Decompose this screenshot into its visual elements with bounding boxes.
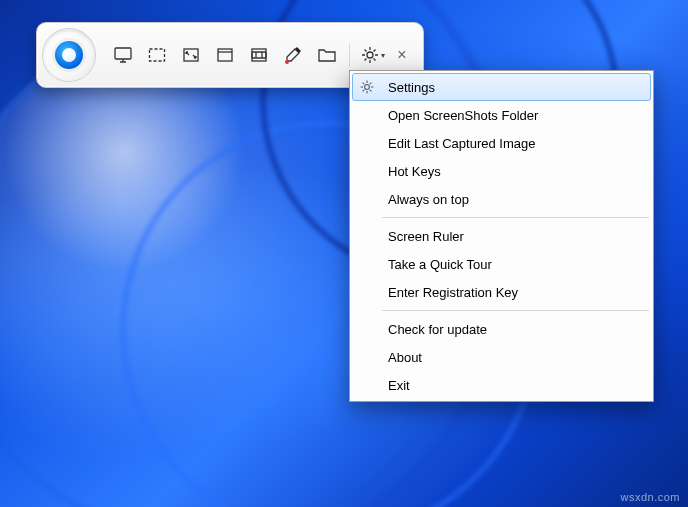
menu-item-check-update[interactable]: Check for update <box>352 315 651 343</box>
settings-dropdown-menu: Settings Open ScreenShots Folder Edit La… <box>349 70 654 402</box>
svg-rect-3 <box>218 49 232 61</box>
capture-region-button[interactable] <box>143 41 171 69</box>
settings-dropdown-button[interactable]: ▾ <box>358 41 385 69</box>
menu-item-settings[interactable]: Settings <box>352 73 651 101</box>
toolbar-separator <box>349 43 350 67</box>
menu-item-label: Settings <box>388 80 643 95</box>
menu-item-quick-tour[interactable]: Take a Quick Tour <box>352 250 651 278</box>
capture-fullscreen-button[interactable] <box>177 41 205 69</box>
menu-item-always-on-top[interactable]: Always on top <box>352 185 651 213</box>
capture-video-icon <box>249 45 269 65</box>
svg-point-5 <box>285 60 289 64</box>
menu-separator <box>382 310 649 311</box>
menu-item-about[interactable]: About <box>352 343 651 371</box>
menu-item-registration[interactable]: Enter Registration Key <box>352 278 651 306</box>
capture-desktop-icon <box>113 45 133 65</box>
menu-item-open-folder[interactable]: Open ScreenShots Folder <box>352 101 651 129</box>
capture-fullscreen-icon <box>181 45 201 65</box>
settings-gear-icon <box>360 45 380 65</box>
menu-item-label: About <box>388 350 643 365</box>
open-folder-button[interactable] <box>313 41 341 69</box>
menu-item-label: Check for update <box>388 322 643 337</box>
menu-item-label: Always on top <box>388 192 643 207</box>
menu-item-hotkeys[interactable]: Hot Keys <box>352 157 651 185</box>
menu-item-label: Exit <box>388 378 643 393</box>
capture-window-icon <box>215 45 235 65</box>
menu-item-label: Open ScreenShots Folder <box>388 108 643 123</box>
close-button[interactable]: × <box>391 44 413 66</box>
color-picker-button[interactable] <box>279 41 307 69</box>
menu-item-label: Screen Ruler <box>388 229 643 244</box>
menu-separator <box>382 217 649 218</box>
menu-item-exit[interactable]: Exit <box>352 371 651 399</box>
gear-icon <box>356 76 378 98</box>
capture-window-button[interactable] <box>211 41 239 69</box>
menu-item-label: Edit Last Captured Image <box>388 136 643 151</box>
svg-point-6 <box>367 52 373 58</box>
app-logo-icon[interactable] <box>43 29 95 81</box>
open-folder-icon <box>317 45 337 65</box>
menu-item-label: Take a Quick Tour <box>388 257 643 272</box>
svg-rect-2 <box>184 49 198 61</box>
menu-item-label: Hot Keys <box>388 164 643 179</box>
watermark-text: wsxdn.com <box>620 491 680 503</box>
capture-desktop-button[interactable] <box>109 41 137 69</box>
chevron-down-icon: ▾ <box>381 51 385 60</box>
close-icon: × <box>397 46 406 64</box>
svg-rect-0 <box>115 48 131 59</box>
svg-rect-4 <box>252 49 266 61</box>
svg-point-7 <box>365 85 370 90</box>
menu-item-edit-last[interactable]: Edit Last Captured Image <box>352 129 651 157</box>
capture-video-button[interactable] <box>245 41 273 69</box>
menu-item-screen-ruler[interactable]: Screen Ruler <box>352 222 651 250</box>
capture-region-icon <box>147 45 167 65</box>
menu-item-label: Enter Registration Key <box>388 285 643 300</box>
color-picker-icon <box>283 45 303 65</box>
svg-rect-1 <box>150 49 165 61</box>
